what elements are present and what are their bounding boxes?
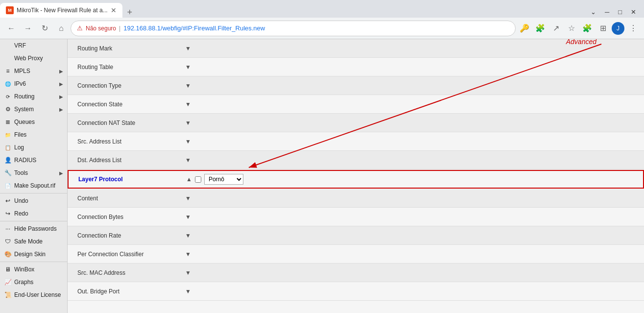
connection-type-expand[interactable]: ▼ [185,82,191,89]
home-button[interactable]: ⌂ [54,21,69,36]
per-connection-classifier-expand[interactable]: ▼ [185,251,191,258]
sidebar-label-safe-mode: Safe Mode [14,238,43,245]
sidebar-item-mpls[interactable]: ≡ MPLS ▶ [0,65,67,77]
new-tab-button[interactable]: + [122,7,138,18]
window-minimize-button[interactable]: ─ [601,6,613,18]
sidebar-item-graphs[interactable]: 📈 Graphs [0,276,67,289]
browser-tab[interactable]: M MikroTik - New Firewall Rule at a... ✕ [0,3,122,18]
sidebar-item-log[interactable]: 📋 Log [0,141,67,154]
bookmark-icon-button[interactable]: ☆ [565,22,578,35]
sidebar-label-ipv6: IPv6 [14,80,26,87]
sidebar-label-undo: Undo [14,197,28,204]
out-bridge-port-row: Out. Bridge Port ▼ [68,282,644,301]
queues-icon: ≣ [4,118,12,126]
content-expand[interactable]: ▼ [185,195,191,202]
sidebar-item-redo[interactable]: ↪ Redo [0,207,67,220]
sidebar-item-end-user-license[interactable]: 📜 End-User License [0,289,67,301]
connection-rate-label: Connection Rate [77,228,185,243]
per-connection-classifier-label: Per Connection Classifier [77,247,185,262]
routing-mark-expand[interactable]: ▼ [185,45,191,52]
vrf-icon [4,42,12,49]
extension-icon-button[interactable]: 🧩 [533,22,547,35]
sidebar-item-undo[interactable]: ↩ Undo [0,194,67,207]
connection-type-control: ▼ [185,82,634,89]
hide-passwords-icon: ··· [4,225,12,233]
forward-button[interactable]: → [21,21,35,36]
sidebar-item-ipv6[interactable]: 🌐 IPv6 ▶ [0,77,67,90]
sidebar-label-end-user-license: End-User License [14,291,61,298]
sidebar-item-safe-mode[interactable]: 🛡 Safe Mode [0,235,67,248]
refresh-button[interactable]: ↻ [37,21,52,36]
profile-avatar[interactable]: J [612,22,624,35]
connection-state-expand[interactable]: ▼ [185,101,191,108]
puzzle-icon-button[interactable]: 🧩 [580,22,594,35]
web-proxy-icon [4,54,12,62]
sidebar-item-queues[interactable]: ≣ Queues [0,116,67,128]
sidebar-item-files[interactable]: 📁 Files [0,128,67,141]
sidebar-item-make-supout[interactable]: 📄 Make Supout.rif [0,179,67,192]
sidebar-label-make-supout: Make Supout.rif [14,182,55,189]
tab-close-button[interactable]: ✕ [111,6,117,14]
sidebar-item-vrf[interactable]: VRF [0,39,67,52]
sidebar-item-radius[interactable]: 👤 RADIUS [0,154,67,167]
sidebar-item-system[interactable]: ⚙ System ▶ [0,103,67,116]
routing-icon: ⟳ [4,93,12,100]
routing-table-expand[interactable]: ▼ [185,64,191,71]
undo-icon: ↩ [4,197,12,205]
sidebar-item-design-skin[interactable]: 🎨 Design Skin [0,248,67,261]
src-address-list-expand[interactable]: ▼ [185,138,191,145]
out-bridge-port-expand[interactable]: ▼ [185,288,191,295]
connection-state-row: Connection State ▼ [68,95,644,114]
sidebar-item-hide-passwords[interactable]: ··· Hide Passwords [0,222,67,235]
connection-bytes-expand[interactable]: ▼ [185,214,191,220]
connection-bytes-label: Connection Bytes [77,210,185,224]
layer7-protocol-checkbox[interactable] [195,176,201,183]
dst-address-list-expand[interactable]: ▼ [185,157,191,164]
window-chevron-button[interactable]: ⌄ [587,6,600,18]
grid-icon-button[interactable]: ⊞ [596,22,610,35]
src-mac-address-expand[interactable]: ▼ [185,269,191,276]
log-icon: 📋 [4,144,12,151]
sidebar-label-design-skin: Design Skin [14,251,46,258]
layer7-protocol-dropdown[interactable]: Pornô [204,174,243,185]
layer7-collapse-arrow[interactable]: ▲ [186,176,192,183]
address-bar[interactable]: ⚠ Não seguro | 192.168.88.1/webfig/#IP:F… [71,21,516,36]
divider-1 [0,193,67,193]
redo-icon: ↪ [4,210,12,217]
menu-button[interactable]: ⋮ [626,22,640,35]
connection-state-control: ▼ [185,101,634,108]
security-label: Não seguro [86,25,116,32]
per-connection-classifier-control: ▼ [185,251,634,258]
connection-nat-state-control: ▼ [185,120,634,126]
src-mac-address-label: Src. MAC Address [77,265,185,280]
sidebar-item-tools[interactable]: 🔧 Tools ▶ [0,167,67,179]
dst-address-list-row: Dst. Address List ▼ [68,151,644,169]
window-close-button[interactable]: ✕ [627,6,640,18]
connection-nat-state-label: Connection NAT State [77,116,185,130]
src-address-list-row: Src. Address List ▼ [68,132,644,151]
back-button[interactable]: ← [4,21,19,36]
content-label: Content [77,191,185,206]
sidebar-item-web-proxy[interactable]: Web Proxy [0,52,67,65]
ipv6-icon: 🌐 [4,80,12,88]
sidebar-label-graphs: Graphs [14,279,33,286]
sidebar-label-winbox: WinBox [14,266,34,273]
sidebar-label-radius: RADIUS [14,157,36,164]
sidebar-item-routing[interactable]: ⟳ Routing ▶ [0,90,67,103]
key-icon-button[interactable]: 🔑 [518,22,531,35]
share-icon-button[interactable]: ↗ [549,22,563,35]
winbox-icon: 🖥 [4,265,12,273]
sidebar-label-web-proxy: Web Proxy [14,55,43,62]
dst-address-list-control: ▼ [185,157,634,164]
tab-favicon: M [6,6,14,14]
connection-bytes-control: ▼ [185,214,634,220]
connection-nat-state-expand[interactable]: ▼ [185,120,191,126]
connection-rate-expand[interactable]: ▼ [185,232,191,239]
routing-table-label: Routing Table [77,60,185,74]
sidebar-item-winbox[interactable]: 🖥 WinBox [0,263,67,276]
tab-title: MikroTik - New Firewall Rule at a... [17,7,108,14]
graphs-icon: 📈 [4,278,12,286]
connection-state-label: Connection State [77,97,185,112]
window-restore-button[interactable]: □ [614,6,626,18]
sidebar-label-tools: Tools [14,169,28,176]
